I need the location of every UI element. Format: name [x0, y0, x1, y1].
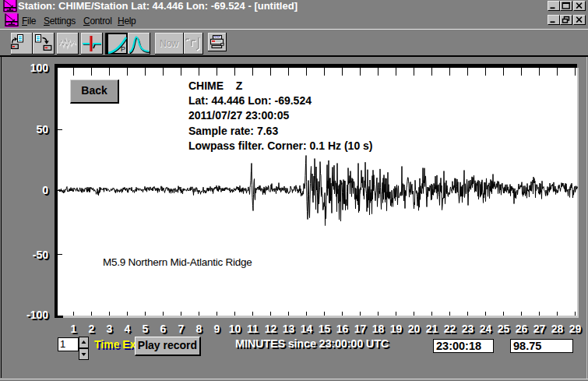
svg-text:Now: Now: [160, 38, 178, 49]
svg-text:P: P: [121, 45, 125, 53]
